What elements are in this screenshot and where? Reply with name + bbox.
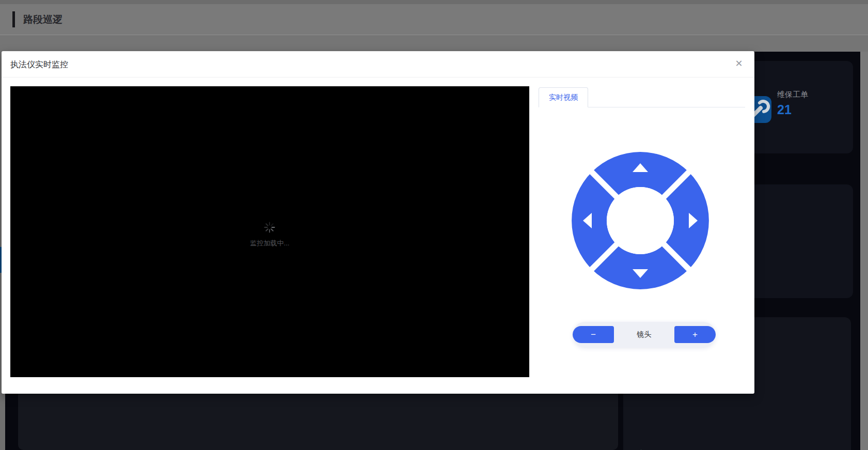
control-panel: 实时视频 镜头 − + xyxy=(539,87,745,369)
zoom-in-button[interactable]: + xyxy=(674,326,716,343)
loading-spinner-icon xyxy=(264,222,275,235)
scrollbar[interactable] xyxy=(860,52,868,450)
stat-label: 维保工单 xyxy=(777,90,808,100)
screen: 路段巡逻 维保工单 21 辽DGY482 2023-11-20 08:45:15… xyxy=(0,0,868,450)
dimmed-content-band xyxy=(0,35,868,52)
dialog-title: 执法仪实时监控 xyxy=(10,59,68,70)
video-player: 监控加载中... xyxy=(10,86,529,377)
tab-live-video[interactable]: 实时视频 xyxy=(539,87,588,107)
title-accent-bar xyxy=(12,11,15,27)
zoom-out-button[interactable]: − xyxy=(573,326,614,343)
top-strip xyxy=(0,0,868,4)
page-title: 路段巡逻 xyxy=(23,13,62,26)
ptz-control-wheel xyxy=(571,151,709,290)
live-monitor-dialog: 执法仪实时监控 ✕ 监控加载中... 实时视频 xyxy=(2,51,754,394)
lens-zoom-control: 镜头 − + xyxy=(573,322,716,347)
loading-text: 监控加载中... xyxy=(10,239,529,248)
close-icon[interactable]: ✕ xyxy=(733,57,745,70)
wheel-hub xyxy=(607,187,674,254)
page-header: 路段巡逻 xyxy=(0,4,868,35)
stat-value: 21 xyxy=(777,102,792,117)
dialog-header: 执法仪实时监控 ✕ xyxy=(2,51,754,77)
